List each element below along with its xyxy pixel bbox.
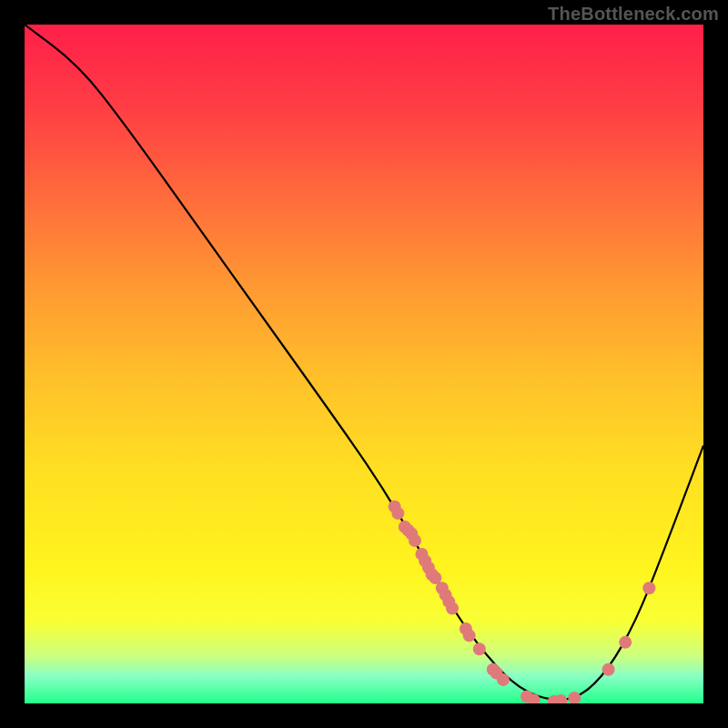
data-point [619,636,632,649]
data-point [473,642,486,655]
data-point [568,692,581,703]
data-point [497,673,510,686]
data-points [389,500,656,703]
bottleneck-curve [25,25,703,700]
data-point [642,581,655,594]
data-point [602,663,615,676]
data-point [446,602,459,615]
chart-svg [25,25,703,703]
data-point [409,534,421,547]
data-point [391,507,404,520]
data-point [463,629,476,642]
watermark-text: TheBottleneck.com [548,4,719,25]
